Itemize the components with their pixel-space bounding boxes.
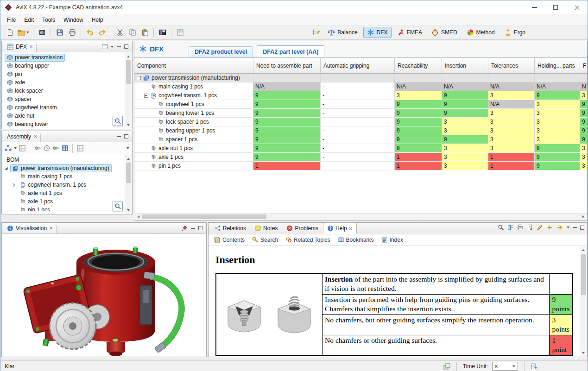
score-cell[interactable]: [253, 74, 321, 82]
feature-dfx-button[interactable]: DFX: [363, 27, 392, 38]
undo-icon[interactable]: [84, 27, 95, 38]
score-cell[interactable]: N/A: [488, 100, 535, 109]
perspective-icon[interactable]: [157, 27, 168, 38]
score-cell[interactable]: -: [321, 100, 395, 109]
score-cell[interactable]: 1: [488, 162, 535, 170]
dfx-tree-item[interactable]: lock spacer: [2, 87, 132, 95]
dfx-tree-scrollbar[interactable]: [125, 53, 132, 128]
clock-icon[interactable]: [44, 145, 50, 151]
score-cell[interactable]: -: [321, 135, 395, 144]
close-view-icon[interactable]: [49, 226, 53, 230]
minimize-view-icon[interactable]: [191, 228, 195, 229]
scroll-right-icon[interactable]: [580, 214, 587, 220]
collapse-icon[interactable]: [4, 166, 9, 170]
close-tab-icon[interactable]: [349, 226, 353, 230]
report-export-icon[interactable]: [531, 363, 537, 370]
score-cell[interactable]: -: [321, 144, 395, 153]
scroll-up-icon[interactable]: [125, 155, 132, 162]
grid-row[interactable]: lock spacer 1 pcs9-93339: [134, 118, 588, 126]
score-cell[interactable]: -: [321, 126, 395, 135]
score-cell[interactable]: [442, 74, 488, 82]
maximize-view-icon[interactable]: [124, 134, 128, 138]
grid-column-header[interactable]: F: [580, 58, 588, 73]
score-cell[interactable]: 9: [442, 91, 488, 100]
back-icon[interactable]: [546, 224, 553, 231]
grid-row[interactable]: spacer 1 pcs9-99339: [134, 135, 588, 144]
3d-viewport[interactable]: [2, 234, 206, 356]
score-cell[interactable]: [321, 74, 395, 82]
tab-dfa2-product-level[interactable]: DFA2 product level: [189, 46, 253, 57]
assembly-view-tab[interactable]: Assembly: [4, 131, 41, 142]
score-cell[interactable]: N/A: [535, 82, 580, 91]
score-cell[interactable]: -: [321, 118, 395, 126]
report-icon[interactable]: [174, 27, 186, 38]
score-cell[interactable]: 9: [535, 153, 580, 162]
pin-icon[interactable]: [181, 225, 188, 232]
score-cell[interactable]: 3: [488, 109, 535, 118]
score-cell[interactable]: 9: [442, 109, 488, 118]
score-cell[interactable]: N/A: [253, 82, 321, 91]
minimize-view-icon[interactable]: [117, 46, 121, 47]
score-cell[interactable]: N: [580, 82, 588, 91]
scroll-down-icon[interactable]: [125, 207, 132, 214]
close-view-icon[interactable]: [29, 45, 33, 49]
grid-column-header[interactable]: Automatic gripping: [321, 58, 395, 73]
score-cell[interactable]: N/A: [488, 82, 535, 91]
feature-smed-button[interactable]: SMED: [428, 27, 461, 38]
score-cell[interactable]: -: [321, 162, 395, 170]
tab-help[interactable]: ?Help: [323, 223, 357, 234]
scroll-up-icon[interactable]: [580, 246, 587, 253]
score-cell[interactable]: 3: [488, 144, 535, 153]
help-toolbar-contents-button[interactable]: Contents: [214, 237, 245, 243]
dfx-tree-item[interactable]: axle: [2, 78, 132, 87]
score-cell[interactable]: 3: [488, 91, 535, 100]
minimize-view-icon[interactable]: [117, 136, 121, 137]
score-cell[interactable]: -: [321, 82, 395, 91]
score-cell[interactable]: 9: [253, 153, 321, 162]
score-cell[interactable]: 3: [488, 118, 535, 126]
redo-icon[interactable]: [96, 27, 108, 38]
help-toolbar-index-button[interactable]: Index: [381, 237, 403, 243]
score-cell[interactable]: 1: [253, 162, 321, 170]
score-cell[interactable]: 3: [535, 109, 580, 118]
magnifier-button[interactable]: [113, 201, 123, 211]
open-icon[interactable]: [17, 27, 30, 38]
tab-problems[interactable]: Problems: [282, 223, 322, 234]
score-cell[interactable]: 9: [580, 126, 588, 135]
score-cell[interactable]: N/A: [442, 82, 488, 91]
dfx-tree-item[interactable]: power transmission: [2, 53, 132, 62]
score-cell[interactable]: 9: [442, 135, 488, 144]
gears-icon[interactable]: [34, 145, 41, 151]
menu-file[interactable]: File: [3, 15, 20, 25]
tab-notes[interactable]: Notes: [251, 223, 282, 234]
print-topic-icon[interactable]: [517, 224, 524, 231]
score-cell[interactable]: 3: [442, 144, 488, 153]
expand-icon[interactable]: [11, 183, 16, 187]
magnifier-button[interactable]: [113, 116, 123, 126]
table-view-icon[interactable]: [19, 145, 25, 151]
scrollbar-thumb[interactable]: [126, 60, 131, 84]
score-cell[interactable]: -: [321, 109, 395, 118]
view-menu-icon[interactable]: [111, 46, 114, 48]
dfx-tree-item[interactable]: cogwheel transm.: [2, 103, 132, 112]
score-cell[interactable]: 9: [253, 100, 321, 109]
grid-row[interactable]: bearing upper 1 pcs9-93339: [134, 126, 588, 135]
score-cell[interactable]: 9: [395, 118, 442, 126]
score-cell[interactable]: 9: [535, 91, 580, 100]
new-file-icon[interactable]: [4, 27, 16, 38]
grid-column-header[interactable]: Need to assemble part: [253, 58, 321, 73]
animation-icon[interactable]: [36, 27, 48, 38]
time-unit-select[interactable]: s: [492, 362, 518, 371]
maximize-view-icon[interactable]: [198, 226, 202, 230]
score-cell[interactable]: 1: [395, 153, 442, 162]
bom-tree-item[interactable]: cogwheel transm. 1 pcs: [2, 181, 132, 189]
structure-view-icon[interactable]: [5, 145, 12, 151]
score-cell[interactable]: -: [321, 153, 395, 162]
bom-tree-item[interactable]: axle nut 1 pcs: [2, 189, 132, 197]
scroll-down-icon[interactable]: [580, 349, 587, 356]
score-cell[interactable]: 3: [580, 91, 588, 100]
grid-row[interactable]: power transmission (manufacturing): [134, 74, 588, 82]
help-toolbar-related-topics-button[interactable]: Related Topics: [285, 237, 330, 243]
grid-row[interactable]: bearing lower 1 pcs9-99339: [134, 109, 588, 118]
score-cell[interactable]: 9: [253, 91, 321, 100]
